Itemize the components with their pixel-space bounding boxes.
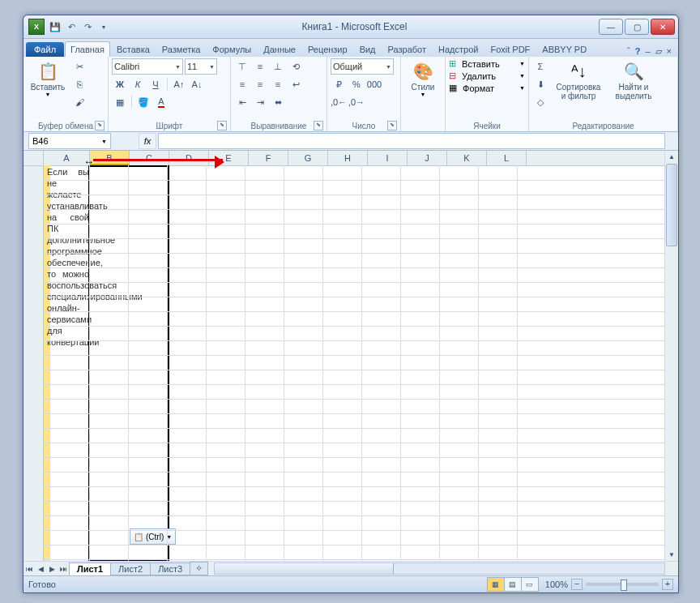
tab-nav-next[interactable]: ▶ (46, 565, 58, 573)
tab-layout[interactable]: Разметка (156, 41, 207, 57)
tab-nav-last[interactable]: ⏭ (58, 565, 69, 573)
sheet-tab-1[interactable]: Лист1 (69, 562, 111, 575)
qat-customize-icon[interactable]: ▼ (97, 20, 110, 33)
insert-cells-button[interactable]: ⊞ Вставить▼ (449, 58, 525, 69)
paste-options-button[interactable]: 📋 (Ctrl) ▼ (130, 528, 176, 545)
tab-foxit[interactable]: Foxit PDF (484, 41, 536, 57)
help-icon[interactable]: ? (635, 46, 641, 57)
sheet-tab-2[interactable]: Лист2 (110, 562, 151, 575)
doc-close-icon[interactable]: × (667, 46, 672, 57)
zoom-level[interactable]: 100% (545, 579, 568, 589)
page-layout-view-button[interactable]: ▤ (504, 577, 522, 592)
italic-button[interactable]: К (130, 76, 146, 92)
decrease-indent-button[interactable]: ⇤ (234, 94, 250, 110)
border-button[interactable]: ▦ (112, 94, 128, 110)
column-header-D[interactable]: D (169, 151, 209, 165)
delete-cells-button[interactable]: ⊟ Удалить▼ (449, 71, 525, 81)
zoom-out-button[interactable]: − (571, 579, 583, 590)
clipboard-launcher[interactable]: ⬊ (95, 121, 105, 130)
formula-bar[interactable] (158, 133, 665, 149)
vertical-scrollbar[interactable]: ▲ ▼ (664, 151, 678, 561)
page-break-view-button[interactable]: ▭ (521, 577, 539, 592)
bold-button[interactable]: Ж (112, 76, 128, 92)
align-top-button[interactable]: ⊤ (234, 58, 250, 75)
minimize-ribbon-icon[interactable]: ˆ (627, 46, 630, 57)
name-box[interactable]: B46▼ (28, 133, 111, 149)
find-select-button[interactable]: 🔍 Найти и выделить (608, 58, 659, 103)
tab-nav-first[interactable]: ⏮ (23, 565, 35, 573)
align-right-button[interactable]: ≡ (270, 76, 286, 92)
font-name-combo[interactable]: Calibri▼ (112, 58, 183, 75)
tab-insert[interactable]: Вставка (111, 41, 156, 57)
column-header-J[interactable]: J (408, 151, 447, 165)
column-header-C[interactable]: C (130, 151, 169, 165)
tab-data[interactable]: Данные (258, 41, 301, 57)
align-launcher[interactable]: ⬊ (314, 121, 323, 130)
tab-home[interactable]: Главная (65, 41, 110, 57)
orientation-button[interactable]: ⟲ (288, 58, 304, 75)
horizontal-scrollbar[interactable] (214, 562, 665, 575)
wrap-text-button[interactable]: ↩ (288, 76, 304, 92)
increase-font-button[interactable]: A↑ (171, 76, 187, 92)
decrease-font-button[interactable]: A↓ (189, 76, 205, 92)
system-menu-icon[interactable]: X (28, 19, 45, 35)
format-painter-button[interactable]: 🖌 (71, 94, 88, 110)
align-bottom-button[interactable]: ⊥ (270, 58, 286, 75)
increase-decimal-button[interactable]: ,0← (331, 94, 347, 110)
percent-button[interactable]: % (348, 76, 365, 92)
file-tab[interactable]: Файл (26, 42, 64, 57)
tab-view[interactable]: Вид (354, 41, 382, 57)
maximize-button[interactable]: ▢ (625, 19, 649, 35)
font-color-button[interactable]: A (153, 94, 169, 110)
underline-button[interactable]: Ч (147, 76, 164, 92)
scroll-thumb[interactable] (666, 164, 677, 246)
column-header-H[interactable]: H (328, 151, 368, 165)
paste-button[interactable]: 📋 Вставить ▼ (27, 58, 69, 100)
number-launcher[interactable]: ⬊ (387, 121, 397, 130)
scroll-down-icon[interactable]: ▼ (665, 549, 678, 561)
fill-color-button[interactable]: 🪣 (135, 94, 152, 110)
doc-minimize-icon[interactable]: – (645, 46, 650, 57)
tab-addins[interactable]: Надстрой (433, 41, 484, 57)
tab-formulas[interactable]: Формулы (207, 41, 257, 57)
cut-button[interactable]: ✂ (71, 58, 88, 75)
increase-indent-button[interactable]: ⇥ (252, 94, 268, 110)
column-header-F[interactable]: F (249, 151, 288, 165)
column-header-L[interactable]: L (487, 151, 527, 165)
font-launcher[interactable]: ⬊ (217, 121, 227, 130)
column-header-K[interactable]: K (447, 151, 487, 165)
styles-button[interactable]: 🎨 Стили ▼ (404, 58, 442, 100)
tab-review[interactable]: Рецензир (302, 41, 353, 57)
zoom-in-button[interactable]: + (662, 579, 673, 590)
insert-function-button[interactable]: fx (139, 133, 156, 149)
comma-button[interactable]: 000 (366, 76, 382, 92)
new-sheet-button[interactable]: ✧ (190, 562, 208, 575)
tab-developer[interactable]: Разработ (382, 41, 432, 57)
align-left-button[interactable]: ≡ (234, 76, 250, 92)
undo-icon[interactable]: ↶ (65, 20, 78, 33)
align-middle-button[interactable]: ≡ (252, 58, 268, 75)
column-header-B[interactable]: B (90, 151, 130, 165)
column-header-G[interactable]: G (288, 151, 328, 165)
minimize-button[interactable]: — (599, 19, 623, 35)
number-format-combo[interactable]: Общий▼ (331, 58, 394, 75)
clear-button[interactable]: ◇ (532, 94, 548, 110)
decrease-decimal-button[interactable]: ,0→ (348, 94, 365, 110)
tab-abbyy[interactable]: ABBYY PD (536, 41, 592, 57)
font-size-combo[interactable]: 11▼ (185, 58, 217, 75)
merge-button[interactable]: ⬌ (270, 94, 286, 110)
select-all-corner[interactable] (23, 151, 44, 166)
align-center-button[interactable]: ≡ (252, 76, 268, 92)
fill-button[interactable]: ⬇ (532, 76, 548, 92)
sort-filter-button[interactable]: ᴬ↓ Сортировка и фильтр (551, 58, 606, 103)
currency-button[interactable]: ₽ (331, 76, 347, 92)
grid[interactable]: ABCDEFGHIJKL Если вы не желаете устанавл… (44, 151, 678, 561)
save-icon[interactable]: 💾 (49, 20, 62, 33)
close-button[interactable]: ✕ (651, 19, 675, 35)
doc-restore-icon[interactable]: ▱ (655, 46, 662, 57)
tab-nav-prev[interactable]: ◀ (35, 565, 46, 573)
zoom-slider[interactable] (586, 583, 659, 586)
normal-view-button[interactable]: ▦ (487, 577, 505, 592)
copy-button[interactable]: ⎘ (71, 76, 88, 92)
autosum-button[interactable]: Σ (532, 58, 548, 75)
